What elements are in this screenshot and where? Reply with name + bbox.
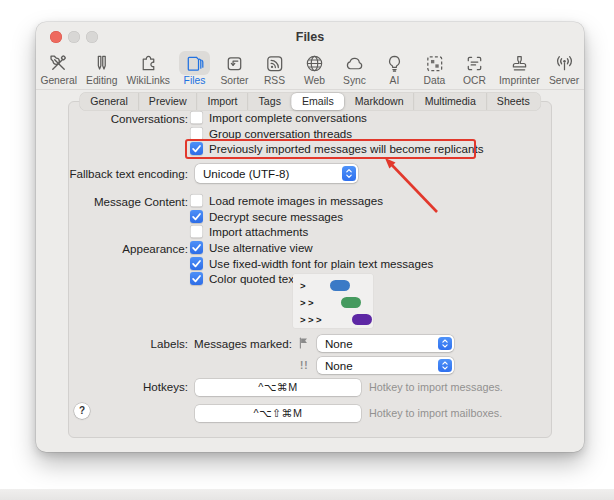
- encoding-label: Fallback text encoding:: [69, 167, 188, 180]
- checkbox-row: Group conversation threads: [190, 127, 484, 140]
- toolbar-item-rss[interactable]: RSS: [259, 51, 290, 86]
- checkbox-group-conversation-threads[interactable]: [190, 127, 203, 140]
- checkbox-label: Use alternative view: [209, 241, 313, 254]
- checkbox-label: Use fixed-width font for plain text mess…: [209, 257, 433, 270]
- checkbox-row: Use alternative view: [190, 241, 433, 254]
- sorter-tray-icon: [224, 53, 245, 74]
- popup-stepper-icon: [438, 359, 452, 372]
- toolbar-item-editing[interactable]: Editing: [86, 51, 117, 86]
- checkbox-row: Load remote images in messages: [190, 194, 383, 207]
- quote-color-swatch[interactable]: [341, 297, 361, 308]
- quote-level-row: >>: [293, 296, 373, 308]
- quote-color-swatch[interactable]: [330, 280, 350, 291]
- toolbar-item-wikilinks[interactable]: WikiLinks: [127, 51, 170, 86]
- popup-stepper-icon: [342, 166, 356, 181]
- wikilinks-puzzle-icon: [138, 53, 159, 74]
- checkbox-row: Import complete conversations: [190, 111, 484, 124]
- toolbar-item-files[interactable]: Files: [179, 51, 210, 86]
- conversations-label: Conversations:: [111, 112, 188, 125]
- checkbox-decrypt-secure-messages[interactable]: [190, 210, 203, 223]
- checkbox-import-complete-conversations[interactable]: [190, 111, 203, 124]
- hotkey-messages-hint: Hotkey to import messages.: [369, 379, 503, 396]
- urgent-marks-icon: !!: [300, 360, 309, 371]
- tab-preview[interactable]: Preview: [138, 93, 197, 110]
- window-title: Files: [36, 22, 584, 52]
- page-bottom-strip: [0, 489, 614, 500]
- fallback-encoding-select[interactable]: Unicode (UTF-8): [195, 164, 358, 183]
- checkbox-label: Load remote images in messages: [209, 194, 383, 207]
- toolbar-item-imprinter[interactable]: Imprinter: [499, 51, 540, 86]
- minimize-button[interactable]: [68, 31, 80, 43]
- quote-prefix: >>>: [300, 314, 324, 325]
- toolbar-item-ai[interactable]: AI: [379, 51, 410, 86]
- tab-import[interactable]: Import: [197, 93, 248, 110]
- message-content-label: Message Content:: [94, 195, 188, 208]
- checkbox-label: Group conversation threads: [209, 127, 352, 140]
- toolbar-item-general[interactable]: General: [40, 51, 77, 86]
- titlebar[interactable]: Files: [36, 22, 584, 50]
- ocr-scan-icon: [464, 53, 485, 74]
- appearance-label: Appearance:: [122, 242, 188, 255]
- checkbox-load-remote-images-in-messages[interactable]: [190, 194, 203, 207]
- hotkey-import-mailboxes-field[interactable]: ^⌥⇧⌘M: [195, 405, 361, 422]
- tab-tags[interactable]: Tags: [248, 93, 291, 110]
- help-button[interactable]: ?: [74, 403, 90, 419]
- annotation-arrow: [376, 152, 456, 222]
- sync-cloud-icon: [344, 53, 365, 74]
- checkbox-label: Import complete conversations: [209, 111, 367, 124]
- checkbox-use-fixed-width-font-for-plain-text-messages[interactable]: [190, 257, 203, 270]
- toolbar-item-data[interactable]: Data: [419, 51, 450, 86]
- tab-markdown[interactable]: Markdown: [344, 93, 414, 110]
- checkbox-use-alternative-view[interactable]: [190, 241, 203, 254]
- imprinter-stamp-icon: [509, 53, 530, 74]
- label-urgent-select[interactable]: None: [317, 357, 454, 374]
- preferences-window: Files GeneralEditingWikiLinksFilesSorter…: [36, 22, 584, 452]
- web-globe-icon: [304, 53, 325, 74]
- hotkey-mailboxes-hint: Hotkey to import mailboxes.: [369, 405, 502, 422]
- data-grid-icon: [424, 53, 445, 74]
- preferences-toolbar: GeneralEditingWikiLinksFilesSorterRSSWeb…: [36, 50, 584, 90]
- hotkeys-label: Hotkeys:: [143, 380, 188, 393]
- labels-label: Labels:: [151, 337, 188, 350]
- ai-lightbulb-icon: [384, 53, 405, 74]
- files-documents-icon: [184, 53, 205, 74]
- quote-color-swatch[interactable]: [352, 314, 372, 325]
- messages-marked-caption: Messages marked:: [194, 337, 292, 350]
- checkbox-label: Color quoted text:: [209, 272, 301, 285]
- toolbar-item-server[interactable]: Server: [549, 51, 580, 86]
- checkbox-row: Decrypt secure messages: [190, 210, 383, 223]
- checkbox-label: Decrypt secure messages: [209, 210, 343, 223]
- toolbar-item-sorter[interactable]: Sorter: [219, 51, 250, 86]
- quote-colors-panel: >>>>>>: [293, 274, 373, 328]
- tab-emails[interactable]: Emails: [291, 93, 344, 110]
- toolbar-item-sync[interactable]: Sync: [339, 51, 370, 86]
- toolbar-item-ocr[interactable]: OCR: [459, 51, 490, 86]
- flag-icon: [298, 337, 309, 351]
- hotkey-import-messages-field[interactable]: ^⌥⌘M: [195, 379, 361, 396]
- checkbox-row: Import attachments: [190, 225, 383, 238]
- editing-pens-icon: [91, 53, 112, 74]
- checkbox-color-quoted-text-[interactable]: [190, 272, 203, 285]
- tab-multimedia[interactable]: Multimedia: [414, 93, 486, 110]
- server-antenna-icon: [554, 53, 575, 74]
- label-flagged-select[interactable]: None: [317, 335, 454, 352]
- checkbox-row: Use fixed-width font for plain text mess…: [190, 257, 433, 270]
- checkbox-label: Import attachments: [209, 225, 308, 238]
- quote-level-row: >: [293, 279, 373, 291]
- tab-sheets[interactable]: Sheets: [486, 93, 540, 110]
- general-tools-icon: [48, 53, 69, 74]
- quote-prefix: >: [300, 280, 308, 291]
- quote-prefix: >>: [300, 297, 316, 308]
- toolbar-item-web[interactable]: Web: [299, 51, 330, 86]
- popup-stepper-icon: [438, 337, 452, 350]
- tab-bar: GeneralPreviewImportTagsEmailsMarkdownMu…: [79, 92, 541, 111]
- rss-icon: [264, 53, 285, 74]
- close-button[interactable]: [50, 31, 62, 43]
- tab-general[interactable]: General: [80, 93, 138, 110]
- zoom-button[interactable]: [86, 31, 98, 43]
- checkbox-import-attachments[interactable]: [190, 225, 203, 238]
- quote-level-row: >>>: [293, 313, 373, 325]
